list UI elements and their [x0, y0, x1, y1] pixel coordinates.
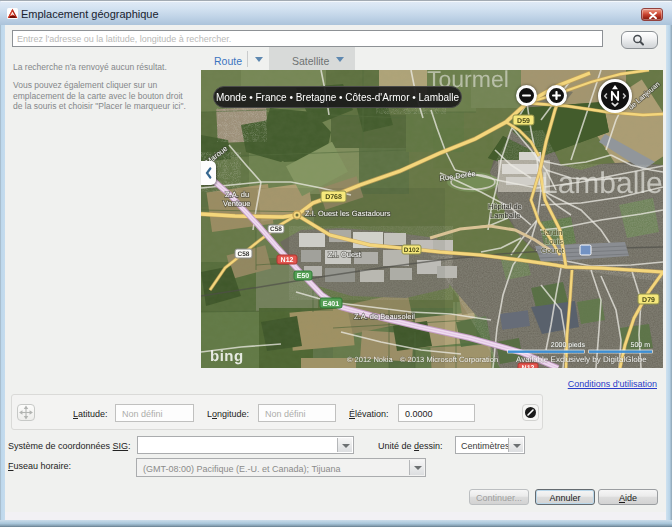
svg-text:Z.I. Ouest les Gastadours: Z.I. Ouest les Gastadours	[305, 209, 391, 218]
svg-text:N12: N12	[281, 257, 294, 264]
svg-text:2000 pieds: 2000 pieds	[551, 341, 586, 349]
svg-text:Z.I. Ouest: Z.I. Ouest	[328, 250, 362, 259]
svg-text:Available Exclusively by Digit: Available Exclusively by DigitalGlobe	[516, 355, 647, 364]
svg-text:D79: D79	[642, 297, 655, 304]
svg-text:Z.A. du: Z.A. du	[225, 190, 249, 199]
svg-text:D102: D102	[404, 247, 420, 254]
svg-text:bing: bing	[210, 348, 244, 365]
svg-text:Hôpital de: Hôpital de	[488, 202, 522, 211]
svg-text:Lamballe: Lamballe	[490, 211, 520, 220]
svg-text:Z.A. de Beausoleil: Z.A. de Beausoleil	[354, 312, 415, 321]
svg-text:© 2013 Microsoft Corporation: © 2013 Microsoft Corporation	[400, 355, 498, 364]
svg-text:500 m: 500 m	[631, 342, 651, 349]
svg-text:E50: E50	[297, 273, 310, 280]
svg-text:E401: E401	[323, 301, 339, 308]
svg-text:D768: D768	[325, 194, 342, 201]
svg-text:C58: C58	[270, 226, 282, 233]
svg-text:N12: N12	[522, 365, 535, 368]
svg-text:Lamballe: Lamballe	[541, 167, 663, 200]
svg-text:C58: C58	[238, 251, 250, 258]
svg-text:Louis: Louis	[545, 237, 563, 246]
svg-text:Jardin: Jardin	[542, 228, 562, 237]
svg-text:© 2012 Nokia: © 2012 Nokia	[347, 355, 393, 364]
svg-text:Ventoue: Ventoue	[223, 199, 251, 208]
svg-text:D59: D59	[517, 118, 530, 125]
svg-text:Gouret: Gouret	[541, 246, 565, 255]
